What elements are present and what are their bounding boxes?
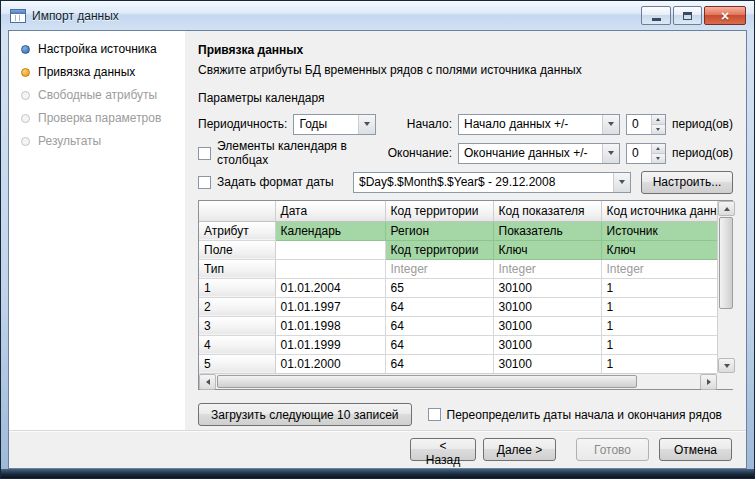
- data-cell[interactable]: 64: [385, 335, 493, 354]
- row-header[interactable]: 3: [199, 316, 275, 335]
- chevron-down-icon: [608, 151, 614, 155]
- dropdown-button[interactable]: [602, 144, 619, 163]
- data-cell[interactable]: 30100: [493, 354, 601, 373]
- table-row: 3 01.01.1998 64 30100 1: [199, 316, 717, 335]
- date-format-checkbox[interactable]: Задать формат даты: [198, 175, 334, 189]
- start-group: Начало: Начало данных +/- 0: [376, 114, 733, 135]
- row-header[interactable]: 5: [199, 354, 275, 373]
- start-offset-value[interactable]: 0: [627, 115, 651, 134]
- data-cell[interactable]: 64: [385, 297, 493, 316]
- table-vertical-scrollbar[interactable]: [717, 201, 734, 373]
- window-controls: ×: [639, 6, 746, 25]
- data-cell[interactable]: 30100: [493, 335, 601, 354]
- step-current-icon: [21, 68, 30, 77]
- wizard-page-content: Привязка данных Свяжите атрибуты БД врем…: [185, 31, 746, 430]
- override-dates-checkbox[interactable]: Переопределить даты начала и окончания р…: [428, 408, 722, 422]
- spin-down-button[interactable]: [652, 153, 665, 163]
- column-header[interactable]: Код показателя: [493, 201, 601, 221]
- date-format-select[interactable]: $Day$.$Month$.$Year$ - 29.12.2008: [353, 172, 631, 193]
- row-header[interactable]: 1: [199, 278, 275, 297]
- spin-up-button[interactable]: [652, 115, 665, 124]
- close-button[interactable]: ×: [704, 6, 746, 25]
- scroll-up-button[interactable]: [718, 201, 735, 216]
- mapping-cell[interactable]: Ключ: [493, 240, 601, 259]
- data-cell[interactable]: 1: [601, 335, 717, 354]
- checkbox-box[interactable]: [198, 147, 211, 160]
- column-header[interactable]: Код территории: [385, 201, 493, 221]
- end-select[interactable]: Окончание данных +/-: [458, 143, 620, 164]
- dropdown-button[interactable]: [613, 173, 630, 192]
- row-header[interactable]: 4: [199, 335, 275, 354]
- table-row-field: Поле Код территории Ключ Ключ: [199, 240, 717, 259]
- end-offset-value[interactable]: 0: [627, 144, 651, 163]
- wizard-steps-sidebar: Настройка источника Привязка данных Своб…: [9, 31, 185, 430]
- sidebar-item-results: Результаты: [21, 134, 179, 148]
- dropdown-button[interactable]: [602, 115, 619, 134]
- sidebar-item-label: Результаты: [38, 134, 101, 148]
- titlebar[interactable]: Импорт данных ×: [1, 1, 754, 30]
- calendar-columns-checkbox[interactable]: Элементы календаря в столбцах: [198, 139, 376, 167]
- mapping-cell[interactable]: Ключ: [601, 240, 717, 259]
- mapping-cell[interactable]: [275, 240, 385, 259]
- data-cell[interactable]: 1: [601, 278, 717, 297]
- start-offset-spinner[interactable]: 0: [626, 114, 666, 135]
- maximize-button[interactable]: [673, 6, 702, 25]
- data-cell[interactable]: 1: [601, 354, 717, 373]
- vertical-scroll-track[interactable]: [718, 216, 734, 358]
- spin-up-button[interactable]: [652, 144, 665, 153]
- data-cell[interactable]: 01.01.2000: [275, 354, 385, 373]
- load-next-records-button[interactable]: Загрузить следующие 10 записей: [198, 403, 412, 426]
- data-cell[interactable]: 01.01.2004: [275, 278, 385, 297]
- type-cell: [275, 259, 385, 278]
- data-cell[interactable]: 64: [385, 354, 493, 373]
- data-cell[interactable]: 1: [601, 297, 717, 316]
- scroll-down-button[interactable]: [718, 358, 735, 373]
- table-horizontal-scrollbar[interactable]: [199, 373, 717, 389]
- back-button[interactable]: < Назад: [410, 438, 476, 461]
- data-cell[interactable]: 01.01.1997: [275, 297, 385, 316]
- data-cell[interactable]: 64: [385, 316, 493, 335]
- sidebar-item-data-binding[interactable]: Привязка данных: [21, 65, 179, 79]
- end-offset-spinner[interactable]: 0: [626, 143, 666, 164]
- mapping-cell[interactable]: Показатель: [493, 221, 601, 240]
- row-header[interactable]: Тип: [199, 259, 275, 278]
- mapping-cell[interactable]: Источник: [601, 221, 717, 240]
- scroll-left-button[interactable]: [199, 374, 216, 390]
- minimize-button[interactable]: [641, 6, 671, 25]
- table-row: 5 01.01.2000 64 30100 1: [199, 354, 717, 373]
- cancel-button[interactable]: Отмена: [659, 438, 732, 461]
- data-cell[interactable]: 30100: [493, 278, 601, 297]
- start-select[interactable]: Начало данных +/-: [458, 114, 620, 135]
- spin-down-button[interactable]: [652, 124, 665, 134]
- next-button[interactable]: Далее >: [483, 438, 556, 461]
- configure-button[interactable]: Настроить...: [641, 171, 733, 194]
- data-cell[interactable]: 30100: [493, 316, 601, 335]
- dropdown-button[interactable]: [358, 115, 375, 134]
- column-header[interactable]: Дата: [275, 201, 385, 221]
- end-label: Окончание:: [376, 146, 452, 160]
- row-header[interactable]: Поле: [199, 240, 275, 259]
- mapping-cell[interactable]: Календарь: [275, 221, 385, 240]
- data-cell[interactable]: 1: [601, 316, 717, 335]
- sidebar-item-source-setup[interactable]: Настройка источника: [21, 42, 179, 56]
- checkbox-box[interactable]: [428, 408, 441, 421]
- mapping-cell[interactable]: Код территории: [385, 240, 493, 259]
- row-header[interactable]: 2: [199, 297, 275, 316]
- mapping-cell[interactable]: Регион: [385, 221, 493, 240]
- window-title: Импорт данных: [32, 9, 119, 23]
- vertical-scroll-thumb[interactable]: [719, 217, 733, 309]
- scroll-down-icon: [724, 364, 730, 368]
- data-cell[interactable]: 65: [385, 278, 493, 297]
- periodicity-select[interactable]: Годы: [293, 114, 376, 135]
- checkbox-box[interactable]: [198, 176, 211, 189]
- row-header[interactable]: Атрибут: [199, 221, 275, 240]
- data-cell[interactable]: 01.01.1998: [275, 316, 385, 335]
- horizontal-scroll-track[interactable]: [216, 374, 700, 389]
- column-header[interactable]: Код источника данных: [601, 201, 717, 221]
- data-cell[interactable]: 30100: [493, 297, 601, 316]
- minimize-icon: [652, 18, 661, 21]
- horizontal-scroll-thumb[interactable]: [217, 375, 637, 388]
- scroll-right-button[interactable]: [700, 374, 717, 390]
- scroll-up-icon: [724, 207, 730, 211]
- data-cell[interactable]: 01.01.1999: [275, 335, 385, 354]
